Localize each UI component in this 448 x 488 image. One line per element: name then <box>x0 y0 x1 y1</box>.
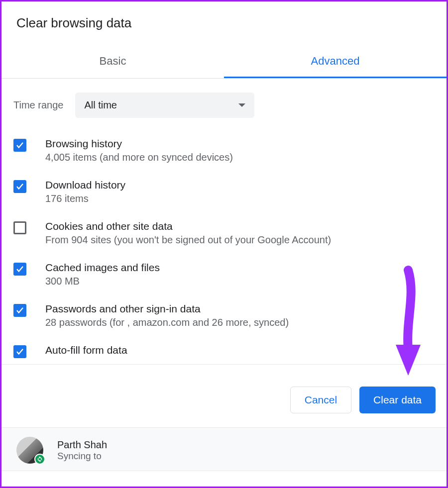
avatar-wrap <box>16 437 43 464</box>
item-subtitle: 4,005 items (and more on synced devices) <box>45 152 435 163</box>
time-range-value: All time <box>84 99 117 111</box>
time-range-row: Time range All time <box>1 79 447 130</box>
checkbox[interactable] <box>13 304 26 317</box>
item-title: Auto-fill form data <box>45 344 435 356</box>
item-title: Cached images and files <box>45 262 435 274</box>
item-subtitle: 176 items <box>45 193 435 204</box>
item-text: Passwords and other sign-in data28 passw… <box>45 303 435 328</box>
checkbox[interactable] <box>13 221 26 234</box>
clear-data-button[interactable]: Clear data <box>359 387 436 413</box>
account-text: Parth Shah Syncing to <box>57 439 107 462</box>
sync-icon <box>34 454 45 465</box>
item-text: Cookies and other site dataFrom 904 site… <box>45 220 435 246</box>
list-item: Browsing history4,005 items (and more on… <box>13 130 435 171</box>
checkbox[interactable] <box>13 263 26 276</box>
item-text: Browsing history4,005 items (and more on… <box>45 138 435 163</box>
checkbox[interactable] <box>13 180 26 193</box>
checkbox[interactable] <box>13 345 26 358</box>
item-text: Auto-fill form data <box>45 344 435 358</box>
list-item: Cached images and files300 MB <box>13 254 435 295</box>
account-name: Parth Shah <box>57 439 107 451</box>
item-title: Download history <box>45 179 435 191</box>
item-text: Cached images and files300 MB <box>45 262 435 287</box>
time-range-select[interactable]: All time <box>75 93 254 118</box>
item-subtitle: 300 MB <box>45 276 435 287</box>
list-item: Download history176 items <box>13 171 435 212</box>
list-item: Passwords and other sign-in data28 passw… <box>13 295 435 336</box>
item-title: Passwords and other sign-in data <box>45 303 435 315</box>
tab-advanced[interactable]: Advanced <box>224 47 447 78</box>
item-text: Download history176 items <box>45 179 435 204</box>
item-subtitle: 28 passwords (for , amazon.com and 26 mo… <box>45 317 435 328</box>
time-range-label: Time range <box>13 99 63 111</box>
tab-basic[interactable]: Basic <box>1 47 224 78</box>
item-subtitle: From 904 sites (you won't be signed out … <box>45 234 435 246</box>
item-title: Browsing history <box>45 138 435 150</box>
account-row: Parth Shah Syncing to <box>1 427 447 471</box>
dialog-title: Clear browsing data <box>1 1 447 31</box>
item-list: Browsing history4,005 items (and more on… <box>1 130 447 366</box>
tabs: Basic Advanced <box>1 47 447 79</box>
checkbox[interactable] <box>13 139 26 152</box>
list-item: Auto-fill form data <box>13 336 435 366</box>
account-status: Syncing to <box>57 451 107 462</box>
list-item: Cookies and other site dataFrom 904 site… <box>13 212 435 254</box>
chevron-down-icon <box>238 103 245 107</box>
cancel-button[interactable]: Cancel <box>290 387 351 413</box>
item-title: Cookies and other site data <box>45 220 435 232</box>
button-row: Cancel Clear data <box>1 365 447 427</box>
